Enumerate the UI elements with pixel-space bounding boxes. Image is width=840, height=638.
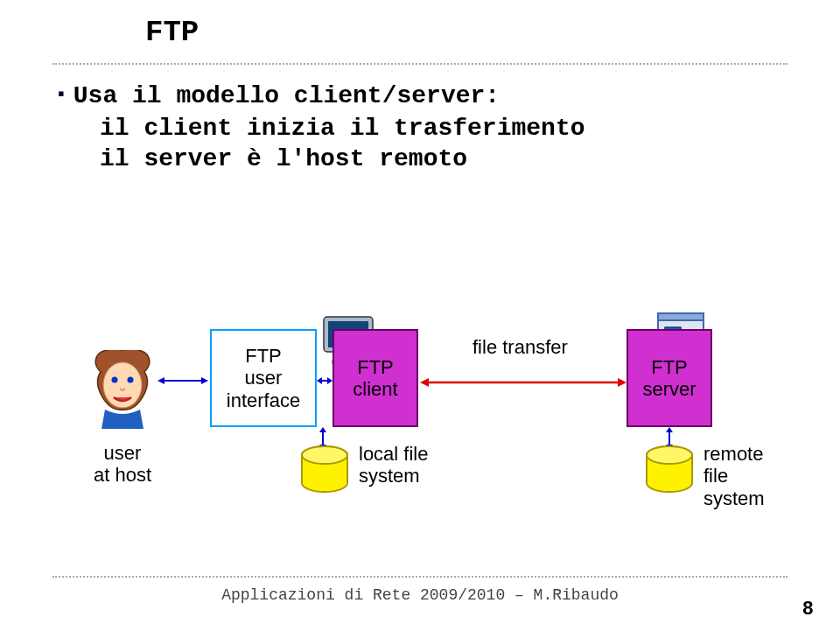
remote-filesystem-icon	[644, 445, 695, 494]
svg-point-2	[128, 377, 134, 383]
svg-rect-22	[658, 313, 704, 320]
ftp-client-label: FTP client	[353, 356, 397, 401]
svg-point-17	[302, 446, 347, 464]
remote-fs-label: remote file system	[704, 443, 788, 509]
bullet-main-text: Usa il modello client/server:	[74, 81, 500, 111]
svg-marker-5	[201, 377, 208, 384]
arrow-user-to-ui	[158, 373, 208, 382]
page-number: 8	[802, 599, 814, 620]
ftp-server-label: FTP server	[642, 356, 696, 401]
svg-marker-7	[317, 377, 322, 384]
divider-top	[52, 63, 788, 65]
slide-title: FTP	[145, 16, 199, 49]
ftp-diagram: user at host FTP user interface FTP clie…	[52, 315, 788, 543]
svg-marker-14	[319, 427, 326, 432]
ftp-user-interface-box: FTP user interface	[210, 329, 317, 427]
bullet-main: ▪ Usa il modello client/server:	[58, 81, 585, 111]
svg-marker-19	[420, 378, 429, 387]
svg-marker-20	[618, 378, 626, 387]
svg-marker-4	[158, 377, 164, 384]
user-at-host-label: user at host	[83, 442, 162, 487]
ftp-ui-label: FTP user interface	[227, 345, 300, 411]
svg-marker-26	[666, 427, 673, 432]
footer-text: Applicazioni di Rete 2009/2010 – M.Ribau…	[0, 586, 840, 604]
arrow-file-transfer	[420, 375, 626, 383]
bullet-sub2: il server è l'host remoto	[100, 144, 585, 174]
svg-point-29	[647, 446, 692, 464]
local-filesystem-icon	[299, 445, 350, 494]
user-person-icon	[88, 350, 158, 429]
file-transfer-label: file transfer	[472, 336, 568, 359]
ftp-client-box: FTP client	[332, 329, 418, 427]
local-fs-label: local file system	[359, 443, 428, 487]
arrow-ui-to-client	[317, 373, 332, 382]
divider-bottom	[52, 576, 788, 578]
bullet-marker-icon: ▪	[58, 82, 65, 105]
svg-point-1	[112, 377, 118, 383]
ftp-server-box: FTP server	[626, 329, 712, 427]
bullet-list: ▪ Usa il modello client/server: il clien…	[58, 81, 585, 174]
bullet-sub1: il client inizia il trasferimento	[100, 113, 585, 144]
